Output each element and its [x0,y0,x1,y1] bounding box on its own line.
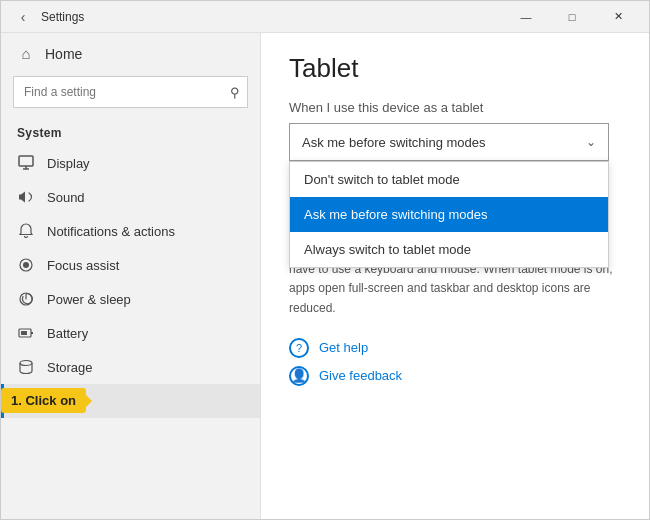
dropdown-option-dont[interactable]: Don't switch to tablet mode [290,162,608,197]
search-container: ⚲ [13,76,248,108]
get-help-label: Get help [319,340,368,355]
sidebar-item-notifications[interactable]: Notifications & actions [1,214,260,248]
content-area: Tablet When I use this device as a table… [261,33,649,519]
svg-point-6 [20,361,32,366]
dropdown-selected-value: Ask me before switching modes [302,135,486,150]
sidebar-section-title: System [1,114,260,146]
mode-dropdown[interactable]: Ask me before switching modes ⌄ [289,123,609,161]
storage-icon [17,359,35,375]
sidebar-item-storage[interactable]: Storage [1,350,260,384]
help-links: ? Get help 👤 Give feedback [289,338,621,386]
give-feedback-link[interactable]: 👤 Give feedback [289,366,621,386]
sidebar-item-label: Power & sleep [47,292,131,307]
focus-icon [17,257,35,273]
svg-rect-0 [19,156,33,166]
page-title: Tablet [289,53,621,84]
title-bar: ‹ Settings — □ ✕ [1,1,649,33]
power-icon [17,291,35,307]
search-icon: ⚲ [230,85,240,100]
home-button[interactable]: ⌂ Home [1,37,260,70]
settings-window: ‹ Settings — □ ✕ ⌂ Home ⚲ System [0,0,650,520]
dropdown-option-always[interactable]: Always switch to tablet mode [290,232,608,267]
chevron-down-icon: ⌄ [586,135,596,149]
home-label: Home [45,46,82,62]
give-feedback-label: Give feedback [319,368,402,383]
notifications-icon [17,223,35,239]
sidebar-item-battery[interactable]: Battery [1,316,260,350]
sidebar-item-tablet[interactable]: Tablet 1. Click on [1,384,260,418]
sidebar-item-label: Storage [47,360,93,375]
when-label: When I use this device as a tablet [289,100,621,115]
sidebar-item-label: Battery [47,326,88,341]
display-icon [17,155,35,171]
callout-click: 1. Click on [1,388,86,413]
help-icon: ? [289,338,309,358]
mode-dropdown-container: Ask me before switching modes ⌄ Don't sw… [289,123,621,161]
sidebar-item-label: Focus assist [47,258,119,273]
back-button[interactable]: ‹ [9,3,37,31]
home-icon: ⌂ [17,45,35,62]
sidebar-item-display[interactable]: Display [1,146,260,180]
get-help-link[interactable]: ? Get help [289,338,621,358]
battery-icon [17,325,35,341]
dropdown-option-ask[interactable]: Ask me before switching modes [290,197,608,232]
sidebar-item-power[interactable]: Power & sleep [1,282,260,316]
minimize-button[interactable]: — [503,1,549,33]
sidebar-item-sound[interactable]: Sound [1,180,260,214]
close-button[interactable]: ✕ [595,1,641,33]
sidebar-item-label: Notifications & actions [47,224,175,239]
sidebar-item-label: Display [47,156,90,171]
sidebar-item-focus[interactable]: Focus assist [1,248,260,282]
svg-rect-5 [21,331,27,335]
sidebar: ⌂ Home ⚲ System Display Sound [1,33,261,519]
svg-point-1 [23,262,29,268]
dropdown-menu: Don't switch to tablet mode Ask me befor… [289,161,609,268]
feedback-icon: 👤 [289,366,309,386]
search-input[interactable] [13,76,248,108]
window-title: Settings [41,10,84,24]
window-controls: — □ ✕ [503,1,641,33]
sound-icon [17,189,35,205]
main-layout: ⌂ Home ⚲ System Display Sound [1,33,649,519]
sidebar-item-label: Sound [47,190,85,205]
maximize-button[interactable]: □ [549,1,595,33]
